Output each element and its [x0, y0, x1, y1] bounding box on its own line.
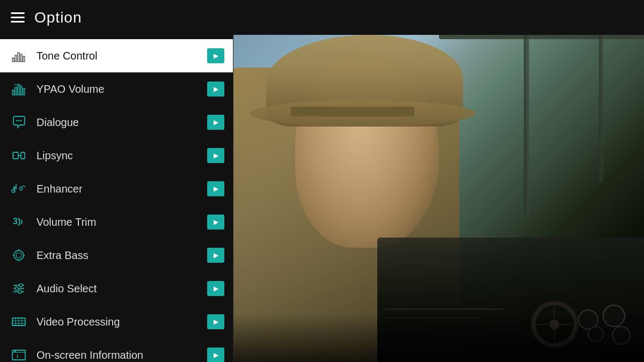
- lipsync-icon: [9, 145, 29, 166]
- svg-point-31: [18, 290, 21, 293]
- onscreen-info-arrow: [207, 348, 224, 362]
- svg-point-21: [16, 253, 21, 258]
- enhancer-label: Enhancer: [36, 183, 207, 195]
- onscreen-info-label: On-screen Information: [36, 349, 207, 361]
- dialogue-icon: [9, 112, 29, 132]
- cockpit-vertical-strut: [524, 35, 529, 215]
- dialogue-label: Dialogue: [36, 116, 207, 129]
- header: Option: [0, 0, 644, 35]
- main-content: Tone Control YPAO YPAO Volume: [0, 35, 644, 362]
- menu-panel: Tone Control YPAO YPAO Volume: [0, 35, 233, 362]
- hamburger-menu-icon[interactable]: [11, 12, 25, 23]
- audio-select-arrow: [207, 281, 224, 296]
- film-background: [233, 35, 644, 362]
- extra-bass-icon: [9, 245, 29, 265]
- menu-item-onscreen-info[interactable]: i On-screen Information: [0, 338, 233, 362]
- menu-item-ypao-volume[interactable]: YPAO YPAO Volume: [0, 72, 233, 106]
- svg-rect-0: [12, 58, 14, 62]
- svg-point-29: [19, 284, 23, 287]
- svg-rect-6: [15, 87, 17, 95]
- video-processing-arrow: [207, 314, 224, 329]
- svg-rect-3: [20, 54, 22, 62]
- svg-rect-8: [20, 86, 22, 95]
- tone-control-label: Tone Control: [36, 50, 207, 62]
- enhancer-icon: [9, 179, 29, 199]
- audio-select-label: Audio Select: [36, 283, 207, 295]
- svg-point-13: [20, 120, 22, 122]
- svg-rect-2: [18, 53, 19, 62]
- menu-item-extra-bass[interactable]: Extra Bass: [0, 239, 233, 272]
- svg-text:YPAO: YPAO: [14, 83, 21, 86]
- svg-text:i: i: [17, 353, 18, 359]
- lipsync-arrow: [207, 148, 224, 163]
- cockpit-top-bar: [439, 35, 645, 39]
- volume-trim-icon: 3): [9, 212, 29, 232]
- svg-point-11: [16, 120, 18, 122]
- menu-item-audio-select[interactable]: Audio Select: [0, 272, 233, 305]
- volume-trim-label: Volume Trim: [36, 216, 207, 228]
- svg-rect-4: [23, 56, 25, 62]
- volume-trim-arrow: [207, 215, 224, 230]
- ypao-volume-icon: YPAO: [9, 79, 29, 99]
- tone-control-icon: [9, 46, 29, 66]
- menu-item-volume-trim[interactable]: 3) Volume Trim: [0, 205, 233, 239]
- video-processing-label: Video Processing: [36, 316, 207, 328]
- svg-rect-1: [15, 55, 17, 62]
- video-content: [233, 35, 644, 362]
- svg-point-20: [14, 250, 24, 260]
- svg-point-12: [18, 120, 20, 122]
- menu-item-dialogue[interactable]: Dialogue: [0, 106, 233, 139]
- extra-bass-label: Extra Bass: [36, 249, 207, 262]
- page-title: Option: [34, 9, 82, 26]
- svg-rect-5: [12, 90, 14, 95]
- panel-line-1: [385, 308, 506, 310]
- svg-point-18: [12, 189, 15, 193]
- enhancer-arrow: [207, 181, 224, 196]
- audio-select-icon: [9, 278, 29, 299]
- svg-rect-9: [23, 88, 25, 95]
- svg-point-30: [15, 287, 18, 290]
- bottom-shadow: [233, 313, 644, 363]
- onscreen-info-icon: i: [9, 345, 29, 362]
- menu-item-video-processing[interactable]: Video Processing: [0, 305, 233, 338]
- svg-text:3): 3): [13, 217, 20, 226]
- hat-strap: [291, 107, 414, 116]
- svg-rect-16: [21, 152, 25, 159]
- lipsync-label: Lipsync: [36, 150, 207, 162]
- ypao-volume-arrow: [207, 82, 224, 97]
- svg-rect-41: [14, 351, 16, 352]
- cockpit-strut-2: [599, 35, 603, 182]
- ypao-volume-label: YPAO Volume: [36, 83, 207, 95]
- menu-item-enhancer[interactable]: Enhancer: [0, 172, 233, 205]
- video-panel: [233, 35, 644, 362]
- menu-item-tone-control[interactable]: Tone Control: [0, 39, 233, 72]
- extra-bass-arrow: [207, 248, 224, 263]
- video-processing-icon: [9, 312, 29, 332]
- dialogue-arrow: [207, 115, 224, 130]
- menu-item-lipsync[interactable]: Lipsync: [0, 139, 233, 172]
- tone-control-arrow: [207, 48, 224, 63]
